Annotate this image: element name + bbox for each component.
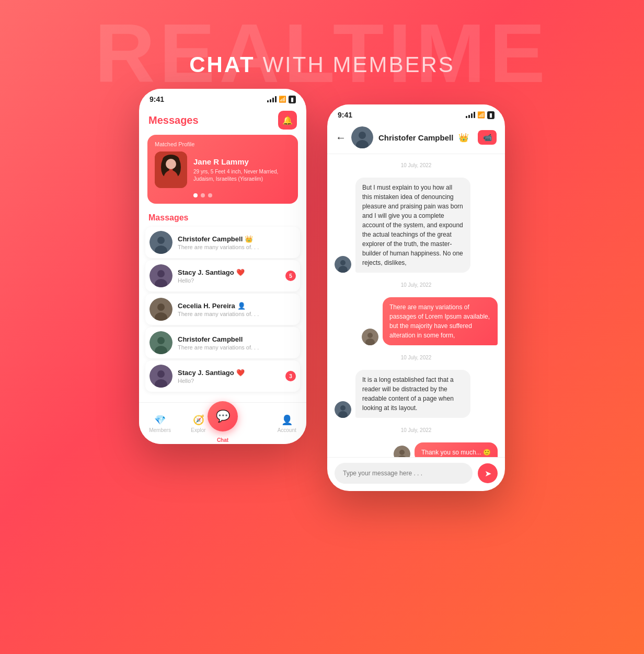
send-button[interactable]: ➤ (478, 463, 498, 483)
status-icons-left: 📶 ▮ (267, 96, 296, 103)
msg-icon-3: 👤 (237, 302, 246, 310)
hero-title: CHAT WITH MEMBERS (0, 52, 644, 77)
left-phone: 9:41 📶 ▮ Messages 🔔 Matched Profile (139, 89, 306, 444)
nav-chat-fab[interactable]: 💬 (208, 401, 238, 431)
signal-bar-1 (267, 100, 269, 102)
msg-name-text-1: Christofer Campbell (178, 235, 243, 243)
msg-name-5: Stacy J. Santiago ❤️ (178, 369, 280, 377)
members-icon: 💎 (154, 414, 166, 426)
chat-input-bar: ➤ (327, 457, 505, 491)
nav-explore-label: Explor (191, 427, 205, 433)
list-item[interactable]: Christofer Campbell There are many varia… (145, 327, 300, 358)
list-item[interactable]: Cecelia H. Pereira 👤 There are many vari… (145, 294, 300, 325)
messages-header: Messages 🔔 (139, 107, 306, 135)
bubble-sent-1: There are many variations of passages of… (383, 297, 498, 345)
msg-info-2: Stacy J. Santiago ❤️ Hello? (178, 268, 280, 284)
nav-account-label: Account (278, 427, 296, 433)
list-item[interactable]: Stacy J. Santiago ❤️ Hello? 5 (145, 260, 300, 291)
chat-user-info: Christofer Campbell 👑 (351, 126, 473, 148)
status-icons-right: 📶 ▮ (466, 111, 494, 119)
mini-avatar-svg-4 (394, 446, 410, 457)
list-item[interactable]: Christofer Campbell 👑 There are many var… (145, 227, 300, 258)
msg-info-5: Stacy J. Santiago ❤️ Hello? (178, 369, 280, 384)
signal-bar-2 (270, 99, 271, 102)
messages-title: Messages (148, 114, 199, 126)
dot-1 (193, 193, 198, 197)
status-bar-left: 9:41 📶 ▮ (139, 89, 306, 107)
status-time-left: 9:41 (150, 95, 164, 103)
avatar-svg-1 (150, 231, 172, 254)
msg-badge-2: 5 (285, 271, 296, 281)
card-dots (155, 193, 291, 197)
svg-point-35 (399, 450, 405, 455)
explore-icon: 🧭 (193, 414, 204, 426)
msg-preview-4: There are many variations of. . . (178, 344, 296, 351)
avatar-svg-5 (150, 365, 172, 388)
nav-account[interactable]: 👤 Account (278, 414, 296, 433)
bell-button[interactable]: 🔔 (278, 111, 297, 130)
dot-3 (208, 193, 212, 197)
signal-bars-right (466, 112, 475, 118)
phones-area: 9:41 📶 ▮ Messages 🔔 Matched Profile (0, 89, 644, 491)
msg-preview-3: There are many variations of. . . (178, 311, 296, 317)
chat-date-3: 10 July, 2022 (335, 355, 498, 360)
chat-avatar-svg (351, 126, 373, 148)
nav-members[interactable]: 💎 Members (149, 414, 171, 433)
msg-name-text-5: Stacy J. Santiago (178, 369, 234, 377)
nav-explore[interactable]: 🧭 Explor (191, 414, 205, 433)
svg-point-6 (164, 170, 178, 187)
matched-info: Jane R Lammy 29 yrs, 5 Feet 4 inch, Neve… (193, 157, 291, 183)
svg-point-23 (359, 132, 366, 139)
signal-bars (267, 96, 277, 102)
back-button[interactable]: ← (336, 132, 346, 144)
signal-bar-r4 (474, 112, 475, 118)
svg-point-17 (157, 337, 165, 344)
msg-icon-1: 👑 (245, 235, 253, 243)
avatar-svg-2 (150, 264, 172, 287)
msg-preview-5: Hello? (178, 378, 280, 384)
chat-header: ← Christofer Campbell 👑 📹 (327, 122, 505, 154)
video-call-button[interactable]: 📹 (478, 130, 497, 145)
matched-label: Matched Profile (155, 141, 291, 147)
msg-name-4: Christofer Campbell (178, 335, 296, 343)
msg-name-text-4: Christofer Campbell (178, 335, 243, 343)
account-icon: 👤 (281, 414, 293, 426)
msg-badge-5: 3 (285, 371, 296, 381)
matched-name: Jane R Lammy (193, 157, 291, 166)
msg-avatar-1 (150, 231, 172, 254)
svg-point-5 (166, 159, 176, 169)
matched-avatar (155, 151, 187, 188)
chat-user-name: Christofer Campbell (378, 133, 453, 142)
chat-bubble-row-4: Thank you so much... 🙂 (335, 442, 498, 457)
signal-bar-3 (272, 98, 274, 102)
svg-point-8 (157, 237, 165, 244)
list-item[interactable]: Stacy J. Santiago ❤️ Hello? 3 (145, 360, 300, 392)
msg-icon-2: ❤️ (236, 268, 245, 276)
signal-bar-r3 (471, 113, 473, 118)
matched-content: Jane R Lammy 29 yrs, 5 Feet 4 inch, Neve… (155, 151, 291, 188)
bubble-sent-2: Thank you so much... 🙂 (415, 442, 498, 457)
battery-icon-right: ▮ (487, 111, 494, 119)
msg-name-2: Stacy J. Santiago ❤️ (178, 268, 280, 276)
bubble-received-1: But I must explain to you how all this m… (355, 178, 470, 273)
status-bar-right: 9:41 📶 ▮ (327, 104, 505, 122)
msg-name-1: Christofer Campbell 👑 (178, 235, 296, 243)
send-icon: ➤ (485, 469, 491, 478)
matched-avatar-svg (155, 151, 187, 188)
signal-bar-4 (275, 96, 277, 102)
sent-avatar-2 (394, 446, 410, 457)
msg-avatar-5 (150, 365, 172, 388)
msg-name-3: Cecelia H. Pereira 👤 (178, 302, 296, 310)
matched-profile-card[interactable]: Matched Profile Jan (147, 135, 298, 204)
battery-icon: ▮ (289, 96, 296, 103)
chat-bubble-row-3: It is a long established fact that a rea… (335, 370, 498, 418)
svg-point-11 (157, 270, 165, 277)
svg-point-14 (157, 303, 165, 311)
msg-preview-1: There are many variations of. . . (178, 244, 296, 250)
chat-bubble-row-2: There are many variations of passages of… (335, 297, 498, 345)
message-input[interactable] (335, 463, 473, 484)
chat-date-4: 10 July, 2022 (335, 427, 498, 433)
wifi-icon: 📶 (279, 96, 286, 103)
msg-avatar-4 (150, 331, 172, 354)
mini-avatar-svg-1 (335, 256, 351, 273)
